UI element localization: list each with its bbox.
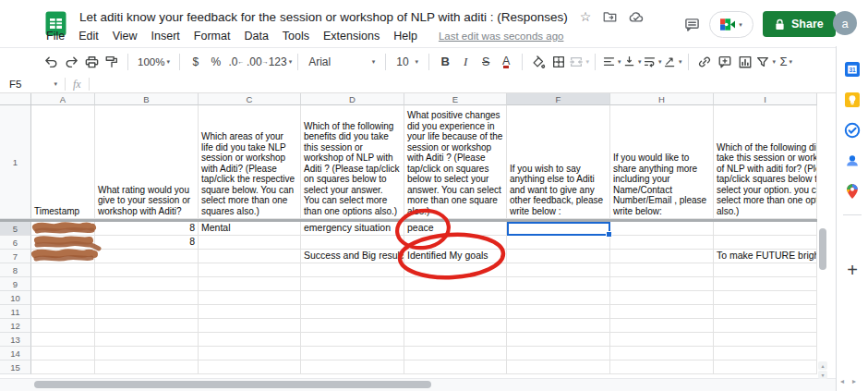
paint-format-button[interactable] <box>102 51 122 73</box>
cell[interactable] <box>507 291 610 305</box>
cell[interactable] <box>714 333 817 347</box>
font-select[interactable]: Arial▾ <box>304 51 380 73</box>
cell-D7[interactable]: Success and Big results <box>301 250 404 263</box>
cell[interactable] <box>507 263 610 277</box>
vertical-align-button[interactable]: ▾ <box>621 51 642 73</box>
cell-E7[interactable]: Identified My goals <box>404 250 507 263</box>
contacts-icon[interactable] <box>844 153 861 169</box>
cell[interactable] <box>507 319 610 333</box>
cell[interactable] <box>31 305 95 319</box>
zoom-select[interactable]: 100%▾ <box>134 51 174 73</box>
column-header-B[interactable]: B <box>95 93 199 105</box>
cell[interactable] <box>404 333 507 347</box>
cell[interactable] <box>95 277 199 291</box>
text-rotation-button[interactable]: ▾ <box>662 51 682 73</box>
cloud-status-icon[interactable] <box>629 11 644 23</box>
cell[interactable] <box>199 319 301 333</box>
cell[interactable] <box>301 347 404 360</box>
text-wrap-button[interactable]: ▾ <box>642 51 662 73</box>
cell-D6[interactable] <box>301 236 404 250</box>
cell[interactable] <box>610 333 714 347</box>
cell[interactable] <box>610 360 714 374</box>
calendar-icon[interactable]: 31 <box>844 61 861 78</box>
cell-B5[interactable]: 8 <box>95 222 199 236</box>
cell[interactable] <box>714 319 817 333</box>
row-number-10[interactable]: 10 <box>0 291 31 305</box>
cell-A1[interactable]: Timestamp <box>31 105 95 219</box>
share-button[interactable]: Share <box>763 11 836 37</box>
move-to-folder-icon[interactable] <box>603 10 617 23</box>
format-percent-button[interactable]: % <box>206 51 226 73</box>
cell[interactable] <box>301 360 404 374</box>
menu-edit[interactable]: Edit <box>78 30 99 43</box>
menu-view[interactable]: View <box>113 30 138 43</box>
row-number-14[interactable]: 14 <box>0 347 31 360</box>
cell[interactable] <box>31 360 95 374</box>
cell-H5[interactable] <box>610 222 714 236</box>
cell[interactable] <box>507 347 610 360</box>
menu-extensions[interactable]: Extensions <box>323 30 380 43</box>
keep-icon[interactable] <box>844 92 861 108</box>
column-header-I[interactable]: I <box>714 93 817 105</box>
name-box[interactable]: F5▾ <box>0 79 57 90</box>
cell[interactable] <box>714 277 817 291</box>
insert-chart-button[interactable] <box>735 51 755 73</box>
strikethrough-button[interactable]: S <box>476 51 496 73</box>
cell-C1[interactable]: Which areas of your life did you take NL… <box>199 105 301 219</box>
document-title[interactable]: Let aditi know your feedback for the ses… <box>79 10 568 24</box>
cell[interactable] <box>610 263 714 277</box>
cell[interactable] <box>610 277 714 291</box>
menu-tools[interactable]: Tools <box>283 30 309 43</box>
cell[interactable] <box>714 291 817 305</box>
cell[interactable] <box>199 347 301 360</box>
cell-I5[interactable] <box>714 222 817 236</box>
row-number-15[interactable]: 15 <box>0 360 31 374</box>
cell-I7[interactable]: To make FUTURE bright <box>714 250 817 263</box>
print-button[interactable] <box>81 51 102 73</box>
tasks-icon[interactable] <box>844 122 861 139</box>
functions-button[interactable]: Σ▾ <box>776 51 796 73</box>
cell[interactable] <box>199 277 301 291</box>
cell-E5[interactable]: peace <box>404 222 507 236</box>
cell[interactable] <box>95 291 199 305</box>
undo-button[interactable] <box>41 51 61 73</box>
column-header-F[interactable]: F <box>507 93 610 105</box>
filter-button[interactable]: ▾ <box>755 51 776 73</box>
cell[interactable] <box>301 263 404 277</box>
cell[interactable] <box>31 319 95 333</box>
cell[interactable] <box>404 291 507 305</box>
cell[interactable] <box>507 333 610 347</box>
cell-H6[interactable] <box>610 236 714 250</box>
cell-A6-redacted[interactable] <box>31 236 95 250</box>
cell[interactable] <box>610 319 714 333</box>
cell[interactable] <box>301 333 404 347</box>
cell-A5-redacted[interactable] <box>31 222 95 236</box>
increase-decimal-button[interactable]: .00→ <box>247 51 269 73</box>
column-header-C[interactable]: C <box>199 93 301 105</box>
menu-insert[interactable]: Insert <box>151 30 180 43</box>
row-number-1[interactable]: 1 <box>0 105 31 219</box>
cell[interactable] <box>199 333 301 347</box>
text-color-button[interactable]: A <box>496 51 516 73</box>
cell[interactable] <box>301 277 404 291</box>
scroll-up-button[interactable]: ▴ <box>818 361 827 370</box>
bold-button[interactable]: B <box>435 51 455 73</box>
horizontal-align-button[interactable]: ▾ <box>601 51 621 73</box>
cell[interactable] <box>95 360 199 374</box>
column-header-D[interactable]: D <box>301 93 404 105</box>
cell[interactable] <box>31 263 95 277</box>
row-number-5[interactable]: 5 <box>0 222 31 236</box>
scroll-left-button[interactable]: ◂ <box>840 377 844 385</box>
avatar[interactable]: a <box>833 11 857 35</box>
cell-A7-redacted[interactable] <box>31 250 95 263</box>
cell-H7[interactable] <box>610 250 714 263</box>
menu-help[interactable]: Help <box>393 30 417 43</box>
cell-B1[interactable]: What rating would you give to your sessi… <box>95 105 199 219</box>
cell[interactable] <box>714 305 817 319</box>
cell[interactable] <box>404 263 507 277</box>
number-format-button[interactable]: 123▾ <box>269 51 293 73</box>
column-header-A[interactable]: A <box>31 93 95 105</box>
cell[interactable] <box>199 305 301 319</box>
cell[interactable] <box>95 319 199 333</box>
redo-button[interactable] <box>61 51 81 73</box>
